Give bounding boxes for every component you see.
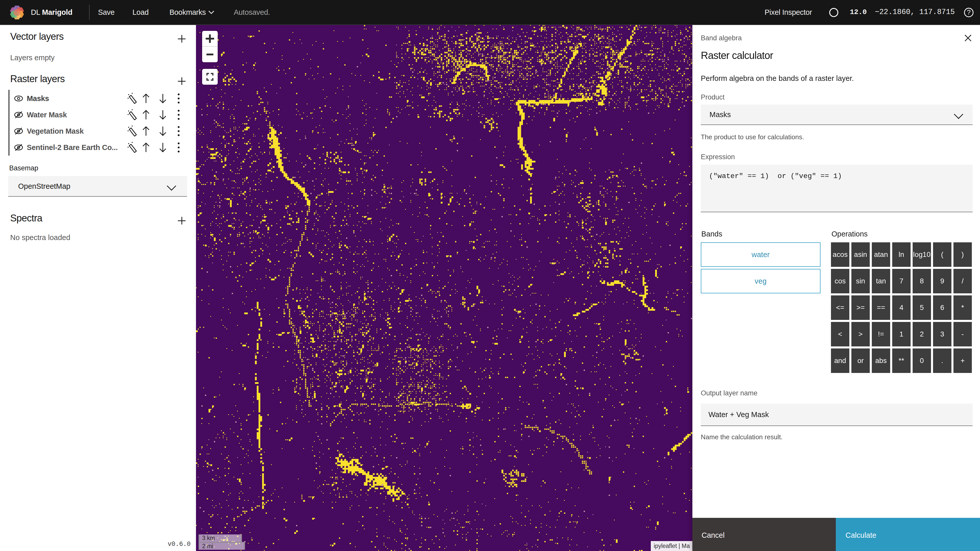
svg-text:?: ?	[967, 8, 970, 16]
